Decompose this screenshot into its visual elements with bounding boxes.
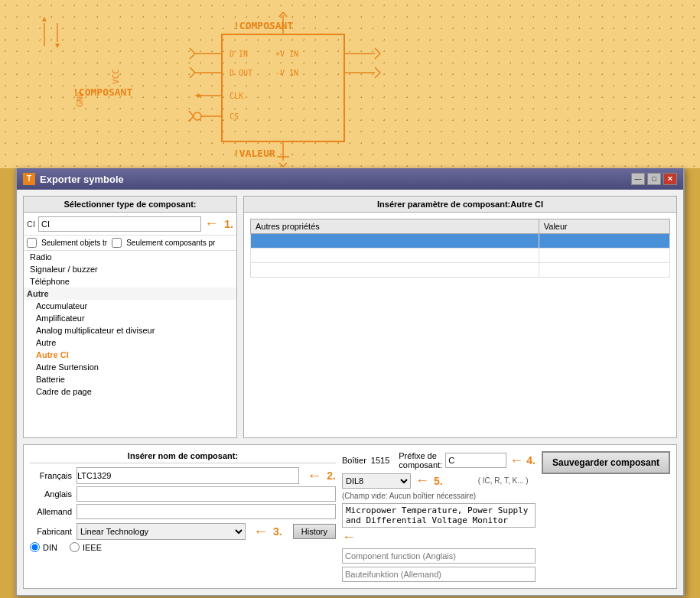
radio-din[interactable] (30, 542, 40, 552)
right-panel-header: Insérer paramètre de composant:Autre CI (244, 197, 676, 213)
allemand-label: Allemand (30, 507, 72, 516)
boitier-select[interactable]: DIL8 (342, 473, 411, 489)
svg-text:-V IN: -V IN (275, 69, 298, 77)
arrow-2-icon: ← (307, 466, 322, 484)
prop-val-cell (539, 234, 669, 249)
boitier-label: Boîtier (342, 456, 366, 465)
annotation-2: 2. (327, 470, 336, 482)
allemand-row: Allemand (30, 504, 336, 519)
dialog-body: Sélectionner type de composant: CI ← 1. … (17, 190, 683, 595)
arrow-4-icon: ← (510, 453, 523, 469)
fabricant-select[interactable]: Linear Technology (77, 523, 246, 540)
function-anglais-input[interactable] (342, 548, 536, 564)
table-row (251, 263, 670, 278)
list-item[interactable]: Autre Surtension (24, 361, 236, 373)
table-row[interactable] (251, 234, 670, 249)
save-button[interactable]: Sauvegarder composant (542, 451, 670, 474)
insert-name-section: Insérer nom de composant: Français ← 2. … (30, 451, 336, 552)
svg-line-19 (189, 116, 194, 122)
list-category: Autre (24, 288, 236, 300)
svg-text:D OUT: D OUT (230, 69, 252, 77)
function-allemand-input[interactable] (342, 567, 536, 582)
svg-text:VCC: VCC (111, 69, 121, 84)
arrow-3-icon: ← (253, 522, 269, 540)
close-button[interactable]: ✕ (663, 173, 677, 185)
boitier-number: 1515 (371, 456, 389, 465)
component-type-panel: Sélectionner type de composant: CI ← 1. … (23, 196, 237, 438)
anglais-label: Anglais (30, 489, 72, 499)
minimize-button[interactable]: — (631, 173, 645, 185)
dialog-top-section: Sélectionner type de composant: CI ← 1. … (23, 196, 677, 438)
checkbox-row: Seulement objets tr Seulement composants… (24, 236, 236, 251)
svg-line-18 (189, 111, 194, 116)
arrow-6-icon: ← (342, 529, 356, 545)
svg-line-25 (375, 73, 380, 78)
svg-text:CLK: CLK (230, 92, 243, 100)
list-item[interactable]: Téléphone (24, 275, 236, 288)
list-item-autre-ci[interactable]: Autre CI ← (24, 349, 236, 361)
history-button[interactable]: History (293, 524, 336, 539)
list-item[interactable]: Batterie (24, 373, 236, 385)
search-input[interactable] (38, 216, 201, 232)
annotation-1: 1. (224, 218, 233, 230)
list-item[interactable]: Amplificateur (24, 312, 236, 324)
exporter-symbole-dialog: T Exporter symbole — □ ✕ Sélectionner ty… (15, 168, 685, 596)
radio-ieee-text: IEEE (83, 543, 102, 552)
svg-text:CS: CS (230, 112, 239, 121)
prefix-input[interactable] (445, 453, 506, 468)
svg-line-10 (190, 54, 195, 59)
insert-name-header: Insérer nom de composant: (30, 451, 336, 463)
francais-input[interactable] (77, 467, 299, 484)
radio-ieee-label[interactable]: IEEE (70, 542, 102, 552)
ic-hint: ( IC, R, T, K... ) (478, 476, 529, 485)
list-item[interactable]: Radio (24, 251, 236, 263)
right-fields-section: Boîtier 1515 Préfixe de composant: ← 4. (342, 451, 536, 582)
dialog-title: T Exporter symbole (23, 173, 124, 185)
svg-text:!COMPOSANT: !COMPOSANT (233, 20, 293, 31)
empty-boitier-note: (Champ vide: Aucun boîtier nécessaire) (342, 492, 536, 500)
save-col: Sauvegarder composant (542, 451, 670, 474)
radio-ieee[interactable] (70, 542, 80, 552)
list-item[interactable]: Accumulateur (24, 300, 236, 312)
radio-din-label[interactable]: DIN (30, 542, 57, 552)
checkbox-tr-label: Seulement objets tr (41, 239, 107, 247)
list-item[interactable]: Signaleur / buzzer (24, 263, 236, 275)
right-panel-content: Autres propriétés Valeur (244, 213, 676, 284)
checkbox-composants-label: Seulement composants pr (126, 239, 215, 247)
component-param-panel: Insérer paramètre de composant:Autre CI … (243, 196, 677, 438)
list-item[interactable]: Analog multiplicateur et diviseur (24, 324, 236, 336)
allemand-input[interactable] (77, 504, 336, 519)
svg-marker-15 (197, 93, 202, 98)
svg-text:+V IN: +V IN (275, 50, 298, 58)
prefix-label: Préfixe de composant: (399, 451, 442, 470)
anglais-input[interactable] (77, 486, 336, 502)
description-input[interactable]: Micropower Temperature, Power Supply and… (342, 503, 536, 528)
svg-point-16 (194, 112, 201, 120)
bottom-top-row: Insérer nom de composant: Français ← 2. … (30, 451, 670, 582)
checkbox-tr[interactable] (27, 238, 37, 248)
radio-row: DIN IEEE (30, 542, 336, 552)
svg-line-13 (190, 73, 195, 78)
list-item[interactable]: Cadre de page (24, 385, 236, 398)
schematic-canvas: GND VCC !COMPOSANT D IN D OUT (0, 0, 700, 168)
svg-marker-5 (55, 44, 60, 48)
anglais-row: Anglais (30, 486, 336, 502)
boitier-prefix-row: Boîtier 1515 Préfixe de composant: ← 4. (342, 451, 536, 470)
fabricant-row: Fabricant Linear Technology ← 3. History (30, 522, 336, 540)
boitier-select-row: DIL8 ← 5. ( IC, R, T, K... ) (342, 473, 536, 489)
fabricant-label: Fabricant (30, 527, 72, 536)
dialog-title-text: Exporter symbole (40, 174, 124, 185)
dialog-bottom-section: Insérer nom de composant: Français ← 2. … (23, 444, 677, 589)
properties-table: Autres propriétés Valeur (250, 219, 670, 278)
svg-line-38 (279, 163, 283, 167)
svg-line-24 (375, 67, 380, 73)
maximize-button[interactable]: □ (647, 173, 661, 185)
component-list[interactable]: Radio Signaleur / buzzer Téléphone Autre… (24, 251, 236, 437)
window-controls: — □ ✕ (631, 173, 677, 185)
left-panel-header: Sélectionner type de composant: (24, 197, 236, 213)
svg-text:D IN: D IN (230, 50, 248, 58)
svg-line-12 (190, 67, 195, 73)
svg-line-39 (283, 163, 287, 167)
checkbox-composants[interactable] (112, 238, 122, 248)
list-item[interactable]: Autre (24, 336, 236, 349)
